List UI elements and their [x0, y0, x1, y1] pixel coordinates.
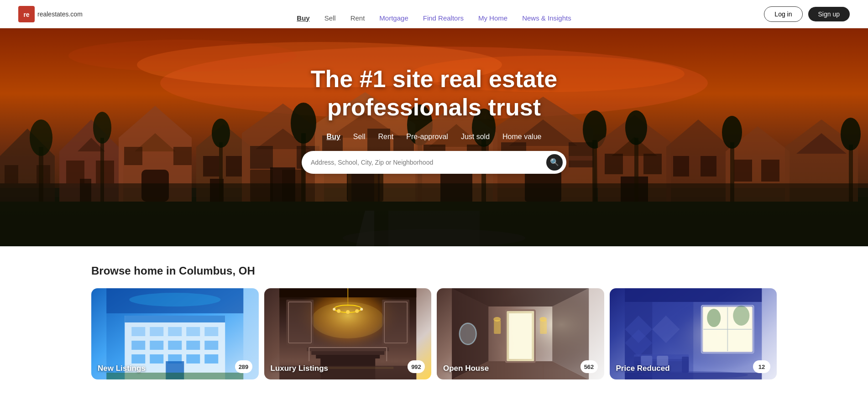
price-reduced-count: 12 [753, 360, 770, 373]
new-listings-count: 289 [235, 360, 252, 373]
browse-title: Browse home in Columbus, OH [91, 265, 777, 277]
logo[interactable]: re realestates.com [18, 6, 83, 22]
nav-sell[interactable]: Sell [324, 14, 336, 22]
svg-point-123 [311, 302, 384, 338]
svg-rect-103 [204, 341, 218, 350]
svg-rect-90 [0, 183, 868, 246]
svg-point-154 [459, 322, 477, 345]
search-button[interactable]: 🔍 [546, 154, 563, 171]
svg-rect-129 [311, 351, 384, 355]
svg-rect-96 [168, 327, 182, 336]
svg-rect-125 [382, 300, 409, 345]
svg-text:re: re [23, 10, 29, 18]
svg-rect-94 [131, 327, 145, 336]
hero-tab-home-value[interactable]: Home value [502, 133, 541, 142]
nav-news[interactable]: News & Insights [522, 14, 571, 22]
svg-point-171 [733, 306, 749, 326]
svg-rect-124 [286, 300, 314, 345]
svg-rect-100 [150, 341, 163, 350]
svg-rect-148 [509, 313, 532, 359]
svg-rect-104 [131, 354, 145, 363]
listing-card-luxury[interactable]: Luxury Listings 992 [264, 288, 432, 379]
search-input[interactable] [311, 159, 546, 166]
search-bar: 🔍 [302, 151, 566, 174]
luxury-listings-count: 992 [408, 360, 425, 373]
hero-tab-sell[interactable]: Sell [353, 133, 366, 142]
svg-rect-101 [168, 341, 182, 350]
hero-section: The #1 site real estate professionals tr… [0, 28, 868, 246]
hero-tabs: Buy Sell Rent Pre-approval Just sold Hom… [327, 133, 542, 142]
svg-rect-175 [682, 357, 689, 373]
hero-content: The #1 site real estate professionals tr… [0, 28, 868, 174]
logo-icon: re [18, 6, 35, 22]
open-house-count: 562 [580, 360, 598, 373]
nav-buy[interactable]: Buy [297, 14, 309, 22]
header-actions: Log in Sign up [764, 6, 850, 22]
open-house-label: Open House [443, 364, 489, 373]
signup-button[interactable]: Sign up [808, 7, 850, 21]
svg-rect-108 [204, 354, 218, 363]
svg-rect-130 [316, 355, 380, 358]
luxury-listings-label: Luxury Listings [271, 364, 329, 373]
logo-text: realestates.com [37, 10, 83, 18]
hero-tab-buy[interactable]: Buy [327, 133, 340, 142]
svg-point-153 [539, 317, 547, 322]
svg-rect-95 [150, 327, 163, 336]
new-listings-label: New Listings [98, 364, 146, 373]
nav-rent[interactable]: Rent [350, 14, 365, 22]
listing-card-new-listings[interactable]: New Listings 289 [91, 288, 259, 379]
svg-rect-98 [204, 327, 218, 336]
svg-point-170 [707, 309, 721, 327]
svg-rect-93 [125, 316, 225, 322]
svg-rect-99 [131, 341, 145, 350]
svg-rect-128 [307, 348, 389, 351]
hero-title: The #1 site real estate professionals tr… [311, 65, 558, 122]
svg-rect-150 [494, 320, 501, 334]
login-button[interactable]: Log in [764, 6, 802, 22]
listing-card-open-house[interactable]: Open House 562 [437, 288, 604, 379]
hero-tab-just-sold[interactable]: Just sold [461, 133, 490, 142]
nav-mortgage[interactable]: Mortgage [379, 14, 408, 22]
hero-tab-rent[interactable]: Rent [378, 133, 394, 142]
nav-my-home[interactable]: My Home [478, 14, 507, 22]
nav-find-realtors[interactable]: Find Realtors [423, 14, 464, 22]
listing-card-price-reduced[interactable]: Price Reduced 12 [610, 288, 777, 379]
svg-rect-107 [186, 354, 200, 363]
search-icon: 🔍 [550, 158, 559, 166]
svg-rect-102 [186, 341, 200, 350]
svg-rect-152 [540, 320, 547, 334]
price-reduced-label: Price Reduced [616, 364, 670, 373]
hero-tab-pre-approval[interactable]: Pre-approval [406, 133, 448, 142]
svg-rect-105 [150, 354, 163, 363]
svg-rect-112 [106, 373, 243, 379]
browse-section: Browse home in Columbus, OH [0, 246, 868, 379]
listings-grid: New Listings 289 [91, 288, 777, 379]
site-header: re realestates.com Buy Sell Rent Mortgag… [0, 0, 868, 28]
svg-point-151 [493, 317, 501, 322]
svg-point-111 [129, 293, 220, 306]
svg-rect-158 [625, 288, 762, 302]
svg-rect-97 [186, 327, 200, 336]
